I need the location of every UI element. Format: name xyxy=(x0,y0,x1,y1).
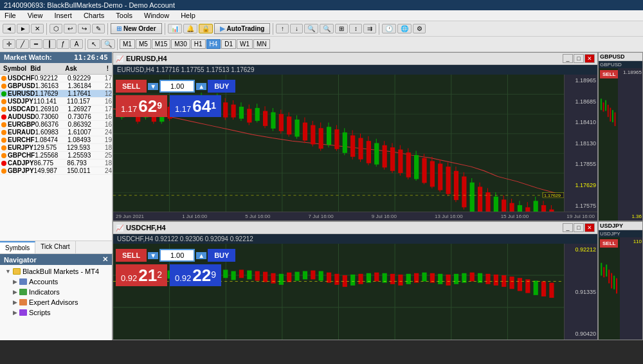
new-order-button[interactable]: ⊞ New Order xyxy=(111,23,162,34)
usdchf-close-btn[interactable]: ✕ xyxy=(584,223,595,232)
navigator-close-icon[interactable]: ✕ xyxy=(102,255,108,264)
usdchf-buy-button[interactable]: BUY xyxy=(208,249,235,262)
tab-symbols[interactable]: Symbols xyxy=(0,241,35,253)
usdchf-qty-input[interactable] xyxy=(159,249,195,262)
usdchf-sell-button[interactable]: SELL xyxy=(116,249,147,262)
tb-fib-btn[interactable]: ƒ xyxy=(57,39,69,49)
nav-accounts[interactable]: ▶ Accounts xyxy=(3,277,109,287)
nav-expert-advisors[interactable]: ▶ Expert Advisors xyxy=(3,297,109,307)
tb-bell-btn[interactable]: 🔔 xyxy=(183,24,197,33)
tb-scroll-btn[interactable]: ⇉ xyxy=(363,24,376,33)
tb-arrow-up-btn[interactable]: ↑ xyxy=(276,24,289,33)
tb-undo-btn[interactable]: ↩ xyxy=(64,24,77,33)
gbpusd-mini-canvas[interactable]: SELL xyxy=(599,68,618,221)
tb-crosshair-btn[interactable]: ✛ xyxy=(3,39,15,49)
tb-vol-btn[interactable]: ↕ xyxy=(349,24,362,33)
tb-zoom-minus-btn[interactable]: 🔍 xyxy=(320,24,334,33)
market-watch-row[interactable]: EURGBP 0.86376 0.86392 16 xyxy=(0,121,112,129)
buysell-widget-eurusd: SELL ▼ ▲ BUY 1.17629 xyxy=(116,80,235,117)
tb-grid-btn[interactable]: ⊞ xyxy=(335,24,348,33)
market-watch-row[interactable]: GBPJPY 149.987 150.011 24 xyxy=(0,167,112,175)
tf-h1[interactable]: H1 xyxy=(191,39,206,49)
tab-tick-chart[interactable]: Tick Chart xyxy=(35,241,75,253)
tf-m5[interactable]: M5 xyxy=(136,39,151,49)
broker-folder-icon xyxy=(13,268,21,275)
tb-line-btn[interactable]: ╱ xyxy=(16,39,29,49)
market-watch-row[interactable]: EURAUD 1.60983 1.61007 24 xyxy=(0,129,112,136)
usdchf-qty-inc[interactable]: ▲ xyxy=(196,252,206,259)
menu-view[interactable]: View xyxy=(26,11,45,20)
svg-rect-164 xyxy=(294,272,299,281)
tb-hline-btn[interactable]: ━ xyxy=(30,39,42,49)
tb-clock-btn[interactable]: 🕐 xyxy=(382,24,396,33)
tb-globe-btn[interactable]: 🌐 xyxy=(397,24,412,33)
market-watch-row[interactable]: EURJPY 129.575 129.593 18 xyxy=(0,144,112,152)
sell-button-eurusd[interactable]: SELL xyxy=(116,80,147,93)
usdchf-minimize-btn[interactable]: _ xyxy=(563,223,573,232)
tb-text-btn[interactable]: A xyxy=(70,39,83,49)
market-watch-row[interactable]: EURUSD 1.17629 1.17641 12 xyxy=(0,90,112,98)
menu-help[interactable]: Help xyxy=(179,11,197,20)
tb-settings-btn[interactable]: ⚙ xyxy=(413,24,426,33)
tb-redo-btn[interactable]: ↪ xyxy=(78,24,91,33)
market-watch-row[interactable]: EURCHF 1.08474 1.08493 19 xyxy=(0,136,112,144)
usdchf-bs-prices: 0.92212 0.92229 xyxy=(116,264,235,286)
svg-rect-126 xyxy=(601,98,602,110)
bs-controls: SELL ▼ ▲ BUY xyxy=(116,80,235,93)
minimize-button[interactable]: _ xyxy=(563,54,573,63)
eurusd-canvas[interactable]: SELL ▼ ▲ BUY 1.17629 xyxy=(113,75,564,212)
menu-charts[interactable]: Charts xyxy=(82,11,106,20)
qty-decrease-btn[interactable]: ▼ xyxy=(148,83,158,90)
tb-back-btn[interactable]: ◄ xyxy=(3,24,15,33)
qty-increase-btn[interactable]: ▲ xyxy=(196,83,206,90)
tf-mn[interactable]: MN xyxy=(253,39,270,49)
maximize-button[interactable]: □ xyxy=(574,54,584,63)
tb-magnify-btn[interactable]: 🔍 xyxy=(101,39,115,49)
gbpusd-mini-svg xyxy=(599,68,618,221)
buy-button-eurusd[interactable]: BUY xyxy=(208,80,235,93)
market-watch-row[interactable]: GBPCHF 1.25568 1.25593 25 xyxy=(0,152,112,159)
tb-zoom-plus-btn[interactable]: 🔍 xyxy=(304,24,318,33)
autotrading-button[interactable]: ▶ AutoTrading xyxy=(214,23,271,34)
tf-w1[interactable]: W1 xyxy=(237,39,253,49)
usdjpy-sell-btn[interactable]: SELL xyxy=(600,239,618,248)
menu-tools[interactable]: Tools xyxy=(114,11,134,20)
tb-edit-btn[interactable]: ✎ xyxy=(92,24,105,33)
market-watch-row[interactable]: USDCAD 1.26910 1.26927 17 xyxy=(0,105,112,113)
market-watch-row[interactable]: AUDUSD 0.73060 0.73076 16 xyxy=(0,113,112,121)
tb-arrow-dn-btn[interactable]: ↓ xyxy=(290,24,303,33)
usdchf-qty-dec[interactable]: ▼ xyxy=(148,252,158,259)
nav-broker[interactable]: ▼ BlackBull Markets - MT4 xyxy=(3,266,109,277)
tf-h4[interactable]: H4 xyxy=(206,39,221,49)
tf-m30[interactable]: M30 xyxy=(171,39,190,49)
market-watch-row[interactable]: CADJPY 86.775 86.793 18 xyxy=(0,159,112,167)
tb-vline-btn[interactable]: ┃ xyxy=(43,39,56,49)
menu-window[interactable]: Window xyxy=(142,11,171,20)
tf-m1[interactable]: M1 xyxy=(120,39,135,49)
market-watch-row[interactable]: GBPUSD 1.36163 1.36184 21 xyxy=(0,82,112,90)
tf-d1[interactable]: D1 xyxy=(221,39,236,49)
qty-input-eurusd[interactable] xyxy=(159,80,195,93)
buysell-widget-usdchf: SELL ▼ ▲ BUY 0.92212 xyxy=(116,249,235,286)
toolbar-separator-5 xyxy=(379,23,379,35)
usdchf-maximize-btn[interactable]: □ xyxy=(574,223,584,232)
tb-aa-btn[interactable]: 🔒 xyxy=(199,24,213,33)
market-watch-row[interactable]: USDCHF 0.92212 0.92229 17 xyxy=(0,75,112,82)
usdjpy-mini-canvas[interactable]: SELL xyxy=(599,237,620,340)
nav-indicators[interactable]: ▶ Indicators xyxy=(3,287,109,297)
tb-fwd-btn[interactable]: ► xyxy=(17,24,30,33)
tf-m15[interactable]: M15 xyxy=(152,39,170,49)
tb-chart-btn[interactable]: 📊 xyxy=(168,24,182,33)
menu-insert[interactable]: Insert xyxy=(52,11,74,20)
tb-close-btn[interactable]: ✕ xyxy=(31,24,44,33)
market-watch-row[interactable]: USDJPY 110.141 110.157 16 xyxy=(0,98,112,105)
gbpusd-sell-btn[interactable]: SELL xyxy=(600,70,618,78)
menu-file[interactable]: File xyxy=(3,11,18,20)
close-button[interactable]: ✕ xyxy=(584,54,595,63)
nav-scripts[interactable]: ▶ Scripts xyxy=(3,307,109,318)
spread-value: 18 xyxy=(100,159,112,167)
tb-hex-btn[interactable]: ⬡ xyxy=(50,24,62,33)
svg-rect-176 xyxy=(390,274,395,284)
tb-cursor-btn[interactable]: ↖ xyxy=(87,39,100,49)
usdchf-canvas[interactable]: SELL ▼ ▲ BUY 0.92212 xyxy=(113,244,564,340)
